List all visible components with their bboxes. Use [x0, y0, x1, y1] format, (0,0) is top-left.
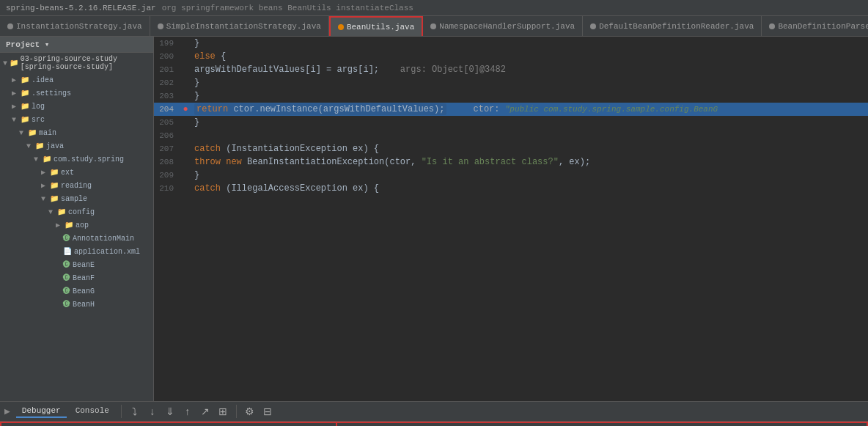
step-into-button[interactable]: ↓ [145, 404, 160, 419]
tab-bean-utils[interactable]: BeanUtils.java [329, 16, 423, 36]
window-title: spring-beans-5.2.16.RELEASE.jar [6, 4, 156, 12]
sidebar-item-idea[interactable]: ▶ 📁 .idea [0, 73, 153, 87]
tree-item-label: BeanF [73, 274, 95, 282]
sidebar-item-main[interactable]: ▼ 📁 main [0, 126, 153, 139]
sidebar-item-beang[interactable]: 🅒 BeanG [0, 284, 153, 298]
sidebar-item-annotation-main[interactable]: 🅒 AnnotationMain [0, 232, 153, 245]
tree-item-label: ext [61, 169, 74, 177]
folder-icon: 📁 [21, 89, 29, 98]
expand-icon: ▶ [12, 76, 19, 84]
sidebar-item-application-xml[interactable]: 📄 application.xml [0, 245, 153, 258]
tab-default-bean-def-reader[interactable]: DefaultBeanDefinitionReader.java [583, 16, 762, 36]
folder-icon: 📁 [21, 76, 29, 84]
sidebar-item-java[interactable]: ▼ 📁 java [0, 139, 153, 153]
run-to-cursor-button[interactable]: ↗ [198, 404, 213, 419]
breakpoint-marker: ● [180, 103, 191, 116]
code-line-203: 203 } [154, 89, 868, 103]
code-editor: 199 } 200 else { 201 argsWithDefaultValu… [154, 37, 868, 401]
sidebar-header[interactable]: Project ▾ [0, 37, 153, 53]
frames-header: Frames [1, 423, 336, 426]
folder-icon: 📁 [43, 155, 51, 164]
line-number: 199 [154, 37, 180, 50]
tab-debugger[interactable]: Debugger [16, 405, 67, 418]
folder-icon: 📁 [50, 181, 59, 190]
tree-item-label: 03-spring-source-study [spring-source-st… [21, 55, 153, 71]
code-content: } [191, 37, 868, 50]
line-number: 206 [154, 129, 180, 142]
tab-bean-def-parser[interactable]: BeanDefinitionParserDelegate.java [762, 16, 868, 36]
expand-icon: ▼ [19, 129, 26, 137]
sidebar-item-beanf[interactable]: 🅒 BeanF [0, 271, 153, 284]
folder-icon: 📁 [10, 59, 18, 67]
folder-icon: 📁 [28, 128, 37, 137]
tab-dot [430, 23, 436, 29]
tab-label: DefaultBeanDefinitionReader.java [599, 22, 754, 31]
tree-item-label: BeanH [73, 301, 95, 309]
tab-bar: InstantiationStrategy.java SimpleInstant… [0, 16, 868, 37]
code-content: throw new BeanInstantiationException(cto… [191, 155, 868, 169]
code-content: catch (InstantiationException ex) { [191, 142, 868, 155]
sidebar-item-settings[interactable]: ▶ 📁 .settings [0, 87, 153, 100]
tree-item-label: BeanE [73, 261, 95, 269]
class-icon: 🅒 [63, 234, 70, 243]
code-content: } [191, 116, 868, 129]
expand-icon: ▼ [48, 208, 56, 216]
sidebar-item-ext[interactable]: ▶ 📁 ext [0, 166, 153, 179]
sidebar-item-beanh[interactable]: 🅒 BeanH [0, 298, 153, 311]
tree-item-label: log [32, 103, 45, 111]
tab-dot [7, 23, 13, 29]
tree-item-label: java [46, 142, 64, 150]
line-number: 210 [154, 182, 180, 195]
tab-label: BeanDefinitionParserDelegate.java [778, 22, 868, 31]
expand-icon: ▼ [41, 195, 48, 203]
tab-label: InstantiationStrategy.java [16, 22, 142, 31]
line-number: 203 [154, 89, 180, 103]
step-over-button[interactable]: ⤵ [128, 404, 142, 419]
sidebar-item-reading[interactable]: ▶ 📁 reading [0, 179, 153, 192]
toolbar-separator [236, 405, 237, 418]
sidebar-item-root[interactable]: ▼ 📁 03-spring-source-study [spring-sourc… [0, 53, 153, 73]
line-number: 209 [154, 169, 180, 182]
sidebar-item-log[interactable]: ▶ 📁 log [0, 100, 153, 113]
code-content: } [191, 76, 868, 89]
tree-item-label: src [32, 116, 45, 124]
code-content: } [191, 169, 868, 182]
sidebar-item-sample[interactable]: ▼ 📁 sample [0, 192, 153, 205]
class-icon: 🅒 [63, 260, 70, 269]
force-step-into-button[interactable]: ⇓ [163, 404, 177, 419]
folder-icon: 📁 [57, 208, 66, 216]
code-line-200: 200 else { [154, 50, 868, 63]
expand-icon: ▶ [12, 102, 19, 111]
evaluate-button[interactable]: ⊞ [216, 404, 230, 419]
tab-console[interactable]: Console [70, 405, 115, 418]
folder-icon: 📁 [35, 142, 44, 150]
tree-item-label: aop [76, 221, 89, 229]
settings-button[interactable]: ⚙ [243, 404, 257, 419]
expand-icon: ▶ [12, 89, 19, 98]
code-area[interactable]: 199 } 200 else { 201 argsWithDefaultValu… [154, 37, 868, 401]
tree-item-label: config [68, 208, 95, 216]
sidebar-item-config[interactable]: ▼ 📁 config [0, 205, 153, 218]
line-number: 204 [154, 103, 180, 116]
code-line-204: 204 ● return ctor.newInstance(argsWithDe… [154, 103, 868, 116]
sidebar-item-com-study[interactable]: ▼ 📁 com.study.spring [0, 153, 153, 166]
tree-item-label: .settings [32, 89, 71, 98]
tab-dot [338, 24, 344, 30]
tab-dot [590, 23, 596, 29]
frames-panel: Frames main @1 in group 'main' - RUNNING… [0, 422, 337, 426]
sidebar-item-src[interactable]: ▼ 📁 src [0, 113, 153, 126]
code-line-202: 202 } [154, 76, 868, 89]
step-out-button[interactable]: ↑ [180, 404, 195, 419]
breadcrumb-bar: spring-beans-5.2.16.RELEASE.jar org spri… [0, 0, 868, 16]
sidebar-item-beane[interactable]: 🅒 BeanE [0, 258, 153, 271]
tab-instantiation-strategy[interactable]: InstantiationStrategy.java [0, 16, 150, 36]
tab-simple-instantiation[interactable]: SimpleInstantiationStrategy.java [150, 16, 329, 36]
debug-run-icon: ▶ [4, 405, 10, 417]
sidebar-item-aop[interactable]: ▶ 📁 aop [0, 218, 153, 232]
layout-button[interactable]: ⊟ [260, 404, 275, 419]
expand-icon: ▶ [56, 221, 63, 229]
tree-item-label: main [39, 129, 56, 137]
line-number: 201 [154, 63, 180, 76]
tab-label: BeanUtils.java [347, 23, 414, 32]
tab-namespace-handler[interactable]: NamespaceHandlerSupport.java [423, 16, 583, 36]
